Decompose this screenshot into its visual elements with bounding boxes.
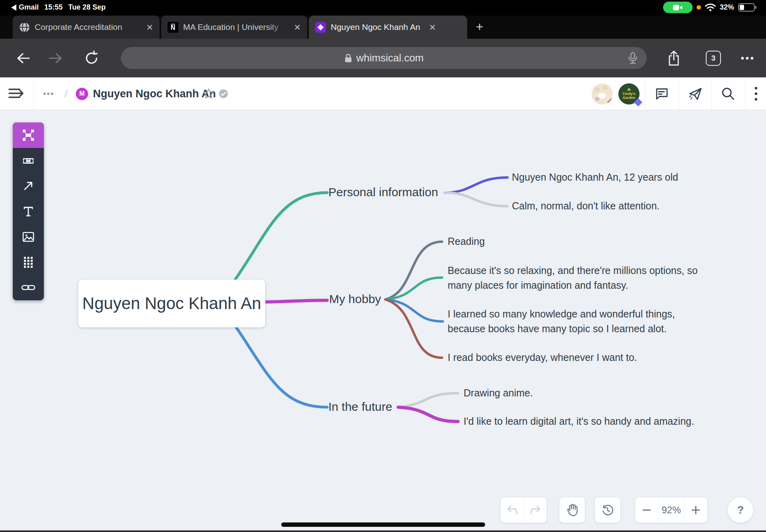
breadcrumb-separator: /: [65, 88, 67, 100]
check-circle-icon: [218, 89, 229, 99]
battery-icon: [738, 3, 755, 12]
tab-ma-education[interactable]: UO N MA Education | University ✕: [161, 16, 307, 39]
redo-icon: [529, 505, 541, 515]
tool-image[interactable]: [13, 224, 44, 250]
new-tab-button[interactable]: +: [473, 21, 486, 34]
collaborator-avatar-1[interactable]: [592, 77, 613, 110]
mindmap-node[interactable]: I read books everyday, whenever I want t…: [448, 352, 637, 363]
zoom-in-button[interactable]: [684, 506, 707, 514]
undo-button[interactable]: [501, 505, 523, 515]
status-date: Tue 28 Sep: [68, 3, 106, 12]
mindmap-node[interactable]: Nguyen Ngoc Khanh An, 12 years old: [512, 171, 678, 183]
tool-mindmap[interactable]: [13, 122, 44, 148]
url-text: whimsical.com: [356, 52, 424, 64]
reload-button[interactable]: [82, 39, 101, 77]
tab-title: MA Education | University: [183, 22, 289, 32]
hand-icon: [566, 503, 578, 517]
sidebar-toggle-icon: [8, 88, 26, 100]
comment-icon: [654, 86, 669, 101]
header-divider: [34, 77, 34, 110]
arrow-tool-icon: [22, 179, 35, 192]
search-icon: [720, 86, 736, 102]
video-camera-icon: [673, 4, 683, 11]
comments-button[interactable]: [653, 77, 670, 110]
mindmap-node[interactable]: I'd like to learn digital art, it's so h…: [464, 416, 694, 427]
tab-title: Corporate Accreditation: [35, 22, 141, 32]
tool-connector-arrow[interactable]: [13, 173, 44, 199]
sync-status-badge: [218, 77, 229, 110]
mindmap-node-in-the-future[interactable]: In the future: [328, 400, 392, 414]
link-tool-icon: [21, 283, 36, 292]
search-button[interactable]: [719, 77, 737, 110]
toolbar-more-button[interactable]: [738, 39, 756, 77]
mindmap-node[interactable]: Drawing anime.: [464, 387, 533, 399]
video-call-indicator[interactable]: [663, 2, 693, 13]
mindmap-node[interactable]: Reading: [448, 236, 485, 247]
mindmap-root-node[interactable]: Nguyen Ngoc Khanh An: [78, 280, 265, 327]
address-bar[interactable]: whimsical.com: [121, 47, 647, 69]
collaborator-cursor-badge: [607, 98, 613, 104]
lock-icon: [344, 53, 353, 64]
forward-button[interactable]: [47, 39, 65, 77]
whimsical-canvas[interactable]: Nguyen Ngoc Khanh An Personal informatio…: [0, 110, 766, 532]
mindmap-tool-icon: [22, 128, 35, 142]
tab-title: Nguyen Ngoc Khanh An: [331, 22, 420, 32]
tab-corporate-accreditation[interactable]: Corporate Accreditation ✕: [13, 16, 160, 39]
back-button[interactable]: [14, 39, 32, 77]
zoom-out-button[interactable]: [635, 509, 658, 511]
header-more-button[interactable]: [750, 77, 762, 110]
share-button[interactable]: [665, 39, 683, 77]
tool-text[interactable]: [13, 199, 44, 224]
avatar: ☘ Cindy's Garden: [618, 83, 640, 104]
tool-link[interactable]: [13, 275, 44, 300]
sidebar-toggle-button[interactable]: [8, 77, 26, 110]
whimsical-favicon: [315, 22, 326, 33]
share-send-button[interactable]: [686, 77, 704, 110]
tab-close-icon[interactable]: ✕: [146, 23, 153, 32]
back-to-app-button[interactable]: Gmail: [11, 3, 39, 12]
header-divider: [645, 77, 646, 110]
collaborator-avatar-2[interactable]: ☘ Cindy's Garden: [618, 77, 640, 110]
favorite-star-button[interactable]: [203, 77, 215, 110]
home-indicator[interactable]: [281, 522, 485, 527]
status-bar: Gmail 15:55 Tue 28 Sep 32%: [0, 0, 766, 16]
university-favicon: UO N: [168, 22, 178, 33]
tool-shapes-grid[interactable]: [13, 249, 44, 275]
tab-nguyen-ngoc-khanh-an[interactable]: Nguyen Ngoc Khanh An ✕: [309, 16, 467, 39]
kebab-menu-icon: [754, 87, 758, 101]
back-triangle-icon: [11, 4, 16, 11]
mindmap-node[interactable]: Calm, normal, don't like attention.: [512, 200, 659, 212]
header-divider: [679, 77, 679, 110]
microphone-in-use-dot: [697, 5, 701, 10]
doc-avatar: M: [76, 77, 88, 110]
grid-tool-icon: [22, 255, 35, 269]
mindmap-node-my-hobby[interactable]: My hobby: [329, 292, 381, 306]
zoom-control-group: 92%: [635, 497, 707, 523]
microphone-icon[interactable]: [627, 52, 639, 65]
version-history-button[interactable]: [595, 497, 620, 523]
tool-flowchart[interactable]: [13, 148, 44, 173]
mindmap-node-personal-information[interactable]: Personal information: [328, 185, 438, 199]
globe-icon: [19, 22, 30, 33]
avatar: [592, 83, 613, 104]
undo-icon: [506, 505, 518, 515]
tab-close-icon[interactable]: ✕: [429, 23, 436, 32]
tab-close-icon[interactable]: ✕: [294, 23, 301, 32]
help-button[interactable]: ?: [728, 497, 753, 523]
page-title: Nguyen Ngoc Khanh An: [93, 77, 216, 110]
screen-bottom-edge: [0, 530, 766, 532]
send-icon: [687, 85, 703, 102]
tab-count: 3: [706, 51, 721, 66]
pan-tool-button[interactable]: [559, 497, 585, 523]
undo-redo-group: [501, 497, 547, 523]
mindmap-node[interactable]: Because it's so relaxing, and there're m…: [448, 263, 698, 293]
redo-button[interactable]: [524, 505, 547, 515]
status-time: 15:55: [44, 3, 63, 12]
zoom-level[interactable]: 92%: [659, 504, 684, 516]
image-tool-icon: [22, 231, 35, 243]
star-icon: [203, 88, 215, 100]
breadcrumb-more-button[interactable]: •••: [43, 77, 54, 110]
header-divider: [745, 77, 746, 110]
mindmap-node[interactable]: I learned so many knowledge and wonderfu…: [448, 307, 675, 336]
tabs-overview-button[interactable]: 3: [704, 39, 723, 77]
